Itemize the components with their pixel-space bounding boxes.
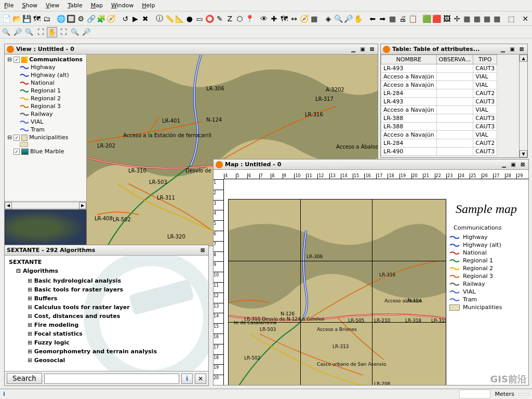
info-icon[interactable]: i: [3, 391, 5, 397]
menu-help[interactable]: Help: [140, 1, 157, 10]
minimize-icon[interactable]: ▁: [499, 46, 507, 53]
close-icon[interactable]: ⊠: [199, 247, 206, 254]
toolbar-button[interactable]: 🖼: [443, 14, 451, 23]
view-tool-button[interactable]: 🔍: [24, 27, 34, 37]
menu-view[interactable]: View: [44, 1, 61, 10]
search-button[interactable]: Search: [7, 373, 42, 384]
column-header[interactable]: TIPO: [473, 55, 497, 64]
algorithm-item[interactable]: Calculus tools for raster layer: [9, 303, 204, 312]
table-row[interactable]: Acceso a NavajúnVIAL: [381, 81, 497, 89]
column-header[interactable]: NOMBRE: [381, 55, 437, 64]
toolbar-button[interactable]: 🟩: [422, 14, 431, 23]
layer-item[interactable]: Highway: [31, 64, 56, 71]
toolbar-button[interactable]: ▦: [483, 14, 491, 23]
toolbar-button[interactable]: 💾: [22, 14, 31, 23]
layer-item[interactable]: Regional 2: [31, 95, 61, 102]
toolbar-button[interactable]: 🗺: [32, 14, 41, 23]
toolbar-button[interactable]: ↔: [289, 14, 298, 23]
toolbar-button[interactable]: 👁: [259, 14, 268, 23]
toolbar-button[interactable]: ⬡: [235, 14, 244, 23]
layer-item[interactable]: Railway: [31, 111, 53, 117]
table-row[interactable]: LR-388CAUT3: [381, 123, 497, 131]
layer-item[interactable]: Regional 1: [31, 87, 61, 94]
view-tool-button[interactable]: 🔍: [70, 27, 80, 37]
sextante-group[interactable]: ⊟ Algorithms: [9, 267, 204, 275]
toolbar-button[interactable]: ◈: [324, 14, 332, 23]
toolbar-button[interactable]: ⬚: [507, 14, 515, 23]
toolbar-button[interactable]: 🟥: [432, 14, 441, 23]
algorithm-item[interactable]: Focal statistics: [9, 329, 204, 338]
toolbar-button[interactable]: 🗂: [42, 14, 51, 23]
toolbar-button[interactable]: ⚙: [76, 14, 85, 23]
algorithm-item[interactable]: Geomorphometry and terrain analysis: [9, 347, 204, 356]
view-titlebar[interactable]: View : Untitled - 0 ▁ ▣ ⊠: [5, 44, 378, 55]
table-row[interactable]: LR-388CAUT3: [381, 114, 497, 123]
toolbar-button[interactable]: 📄: [2, 14, 11, 23]
toolbar-button[interactable]: ▦: [493, 14, 501, 23]
algorithm-item[interactable]: Basic tools for raster layers: [9, 285, 204, 294]
scroll-right-icon[interactable]: ▶: [79, 202, 86, 209]
table-row[interactable]: Acceso a NavajúnVIAL: [381, 106, 497, 114]
algorithm-item[interactable]: Fire modeling: [9, 321, 204, 329]
toolbar-button[interactable]: 🧭: [107, 14, 115, 23]
toc-hscroll[interactable]: ◀ ▶: [5, 201, 86, 209]
menu-map[interactable]: Map: [89, 1, 105, 10]
menu-window[interactable]: Window: [109, 1, 136, 10]
layer-item[interactable]: Regional 3: [31, 103, 61, 110]
scroll-left-icon[interactable]: ◀: [5, 202, 12, 209]
toolbar-button[interactable]: ▭: [195, 14, 204, 23]
algorithm-item[interactable]: Cost, distances and routes: [9, 312, 204, 321]
toolbar-button[interactable]: 📐: [175, 14, 184, 23]
layout-canvas-area[interactable]: 4567891011121314151617181920212223242526…: [214, 170, 528, 385]
toolbar-button[interactable]: ⓘ: [155, 14, 164, 23]
menu-show[interactable]: Show: [20, 1, 39, 10]
table-row[interactable]: LR-284CAUT2: [381, 139, 497, 148]
table-row[interactable]: LR-493CAUT3: [381, 64, 497, 73]
toolbar-button[interactable]: 📂: [12, 14, 21, 23]
layer-item[interactable]: Tram: [31, 126, 45, 133]
view-tool-button[interactable]: ✋: [47, 27, 57, 37]
layer-item[interactable]: VIAL: [31, 118, 43, 125]
toolbar-button[interactable]: ✕: [521, 14, 530, 23]
table-titlebar[interactable]: Table: Table of attributes... ▁ ▣ ⊠: [381, 44, 527, 55]
toolbar-button[interactable]: ▦: [473, 14, 482, 23]
toolbar-button[interactable]: ●: [185, 14, 194, 23]
sextante-root[interactable]: SEXTANTE: [9, 258, 204, 267]
locator-map[interactable]: [5, 209, 86, 246]
attribute-table[interactable]: NOMBREOBSERVA...TIPO LR-493CAUT3Acceso a…: [381, 55, 497, 156]
toolbar-button[interactable]: 🔎: [344, 14, 353, 23]
layer-item[interactable]: National: [31, 79, 55, 86]
toolbar-button[interactable]: 🧩: [97, 14, 105, 23]
maximize-icon[interactable]: ▣: [509, 46, 516, 53]
toolbar-button[interactable]: 📍: [245, 14, 254, 23]
close-icon[interactable]: ⊠: [519, 161, 526, 168]
toolbar-button[interactable]: ✢: [453, 14, 461, 23]
search-input[interactable]: [44, 374, 179, 384]
toolbar-button[interactable]: 🖨: [398, 14, 407, 23]
sextante-tree[interactable]: SEXTANTE ⊟ Algorithms Basic hydrological…: [5, 256, 208, 368]
settings-icon[interactable]: ✕: [195, 374, 206, 384]
table-vscroll[interactable]: ▲ ▼: [519, 55, 527, 157]
algorithm-item[interactable]: Fuzzy logic: [9, 338, 204, 347]
toolbar-button[interactable]: 🔲: [66, 14, 75, 23]
table-row[interactable]: Acceso a NavajúnVIAL: [381, 73, 497, 81]
algorithm-item[interactable]: Buffers: [9, 294, 204, 303]
toolbar-button[interactable]: 🔗: [87, 14, 96, 23]
toolbar-button[interactable]: ✋: [354, 14, 363, 23]
table-row[interactable]: LR-490CAUT3: [381, 148, 497, 156]
layer-item[interactable]: Highway (alt): [31, 72, 69, 78]
algorithm-item[interactable]: Geosocial: [9, 356, 204, 365]
view-tool-button[interactable]: ⛶: [58, 27, 69, 37]
maximize-icon[interactable]: ▣: [510, 161, 517, 168]
scroll-down-icon[interactable]: ▼: [520, 150, 527, 157]
maximize-icon[interactable]: ▣: [359, 46, 366, 53]
scroll-up-icon[interactable]: ▲: [520, 55, 527, 62]
toolbar-button[interactable]: ⭕: [205, 14, 214, 23]
toolbar-button[interactable]: ✎: [215, 14, 224, 23]
view-tool-button[interactable]: 🔎: [12, 27, 23, 37]
close-icon[interactable]: ⊠: [368, 46, 376, 53]
toolbar-button[interactable]: ➡: [378, 14, 387, 23]
toolbar-button[interactable]: ▦: [388, 14, 397, 23]
menu-table[interactable]: Table: [65, 1, 84, 10]
algorithm-item[interactable]: Basic hydrological analysis: [9, 276, 204, 285]
